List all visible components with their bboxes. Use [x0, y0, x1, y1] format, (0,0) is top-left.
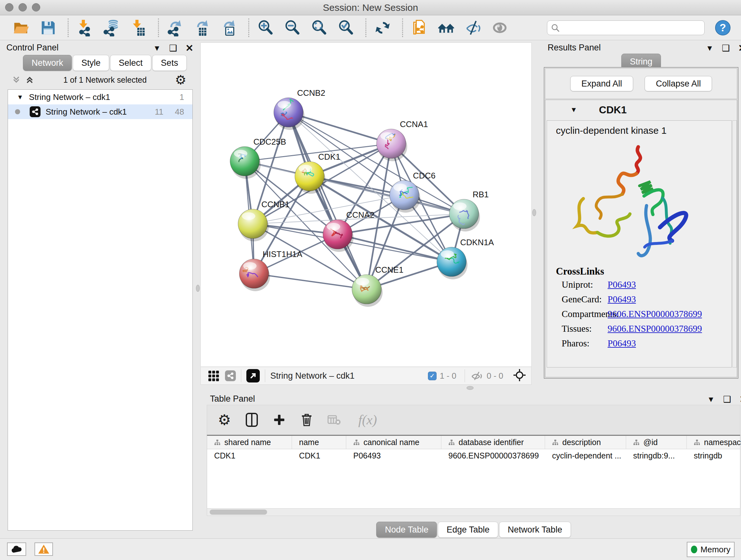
control-panel-float-icon[interactable]: ❑	[169, 44, 177, 53]
expand-all-button[interactable]: Expand All	[570, 76, 633, 91]
node-section-header[interactable]: ▼ CDK1	[545, 100, 737, 120]
right-splitter-handle[interactable]	[532, 209, 536, 216]
home-button[interactable]	[436, 17, 456, 38]
table-panel-menu-icon[interactable]: ▼	[707, 395, 715, 403]
network-node-CDK1[interactable]	[295, 162, 326, 194]
crosslink-tissues-link[interactable]: 9606.ENSP00000378699	[608, 323, 702, 334]
help-button[interactable]: ?	[713, 17, 733, 38]
bottom-splitter-handle[interactable]	[467, 386, 474, 390]
collapse-all-button[interactable]: Collapse All	[645, 76, 712, 91]
hide-selection-button[interactable]	[463, 17, 483, 38]
column-header-canonical-name[interactable]: canonical name	[346, 436, 441, 449]
open-session-button[interactable]	[11, 17, 31, 38]
network-node-RB1[interactable]	[449, 199, 480, 232]
control-panel-menu-icon[interactable]: ▼	[153, 44, 161, 52]
show-all-button[interactable]	[490, 17, 510, 38]
birds-eye-view-button[interactable]	[205, 368, 222, 384]
hidden-eye-slash-icon[interactable]	[470, 371, 483, 381]
results-expand-collapse-bar: Expand All Collapse All	[545, 68, 737, 99]
import-network-from-database-button[interactable]	[102, 17, 122, 38]
tab-style[interactable]: Style	[73, 55, 109, 71]
left-splitter-handle[interactable]	[196, 285, 200, 292]
selected-checkbox-icon[interactable]: ✓	[428, 372, 436, 380]
close-window-button[interactable]	[5, 3, 13, 11]
table-panel-close-icon[interactable]: ✕	[739, 395, 741, 404]
import-table-from-file-button[interactable]	[129, 17, 148, 38]
zoom-window-button[interactable]	[32, 3, 40, 11]
results-panel-float-icon[interactable]: ❑	[722, 44, 730, 53]
network-node-CCNE1[interactable]	[352, 274, 383, 307]
save-session-button[interactable]	[38, 17, 58, 38]
network-node-CDKN1A[interactable]	[437, 247, 468, 279]
column-header-shared-name[interactable]: shared name	[207, 436, 292, 449]
share-session-button[interactable]	[409, 17, 429, 38]
grid-icon	[207, 370, 219, 382]
tab-network[interactable]: Network	[23, 55, 72, 71]
network-node-HIST1H1A[interactable]	[239, 259, 270, 291]
column-header-namespace[interactable]: namespace	[687, 436, 741, 449]
table-hscrollbar-track[interactable]	[207, 508, 740, 516]
column-header-database-identifier[interactable]: database identifier	[441, 436, 545, 449]
results-panel-title: Results Panel	[548, 43, 601, 53]
tab-edge-table[interactable]: Edge Table	[438, 522, 498, 538]
zoom-out-button[interactable]	[282, 17, 302, 38]
column-header-name[interactable]: name	[292, 436, 346, 449]
network-options-gear-icon[interactable]: ⚙	[175, 73, 186, 86]
network-canvas[interactable]: CCNB2CCNA1CDC25BCDK1CDC6RB1CCNB1CCNA2CDK…	[200, 43, 532, 367]
zoom-fit-button[interactable]	[309, 17, 329, 38]
network-edge[interactable]	[254, 273, 367, 289]
results-panel-close-icon[interactable]: ✕	[738, 44, 741, 53]
save-icon	[40, 19, 57, 37]
tab-select[interactable]: Select	[110, 55, 151, 71]
expand-all-networks-icon[interactable]	[24, 74, 35, 85]
minimize-window-button[interactable]	[18, 3, 27, 11]
network-node-CCNB2[interactable]	[274, 98, 305, 130]
tab-network-table[interactable]: Network Table	[499, 522, 571, 538]
network-selection-status: 1 of 1 Network selected	[35, 75, 175, 84]
crosslink-pharos-link[interactable]: P06493	[608, 338, 636, 349]
export-network-button[interactable]	[165, 17, 185, 38]
table-hscrollbar-thumb[interactable]	[210, 509, 267, 515]
network-tree-root-row[interactable]: ▼ String Network – cdk1 1	[8, 90, 192, 105]
show-columns-button[interactable]	[244, 412, 260, 428]
network-node-CDC25B[interactable]	[230, 146, 261, 179]
crosslink-compartments-link[interactable]: 9606.ENSP00000378699	[608, 309, 702, 319]
section-collapse-triangle-icon[interactable]: ▼	[570, 106, 577, 114]
network-node-CCNA1[interactable]	[377, 129, 407, 161]
zoom-selected-button[interactable]	[336, 17, 356, 38]
table-panel-float-icon[interactable]: ❑	[723, 395, 731, 404]
export-table-button[interactable]	[192, 17, 212, 38]
tab-sets[interactable]: Sets	[152, 55, 187, 71]
network-tree-child-row[interactable]: String Network – cdk1 11 48	[8, 105, 192, 119]
network-edge[interactable]	[288, 112, 367, 289]
results-panel-menu-icon[interactable]: ▼	[706, 44, 714, 52]
zoom-fit-icon	[311, 19, 328, 37]
column-header-id[interactable]: @id	[626, 436, 687, 449]
warnings-button[interactable]	[35, 543, 53, 556]
cloud-status-button[interactable]	[7, 543, 26, 556]
network-node-CDC6[interactable]	[390, 180, 420, 212]
create-column-button[interactable]	[271, 412, 287, 428]
control-panel-close-icon[interactable]: ✕	[185, 44, 193, 53]
table-options-button[interactable]: ⚙	[216, 412, 232, 428]
crosslink-uniprot-link[interactable]: P06493	[608, 279, 636, 290]
string-view-badge-icon[interactable]	[225, 370, 236, 381]
table-row[interactable]: CDK1CDK1P064939606.ENSP00000378699cyclin…	[207, 449, 740, 462]
divider	[241, 369, 241, 382]
export-image-button[interactable]	[219, 17, 239, 38]
delete-column-button[interactable]	[298, 412, 315, 428]
collapse-all-networks-icon[interactable]	[11, 74, 22, 85]
crosslink-genecard-link[interactable]: P06493	[608, 294, 636, 305]
column-header-description[interactable]: description	[545, 436, 626, 449]
import-network-from-file-button[interactable]	[75, 17, 95, 38]
detach-view-button[interactable]	[246, 369, 260, 382]
zoom-in-button[interactable]	[256, 17, 275, 38]
memory-button[interactable]: Memory	[687, 542, 735, 557]
results-scrollbar-track[interactable]	[732, 120, 737, 368]
fit-content-button[interactable]	[513, 368, 526, 383]
refresh-button[interactable]	[373, 17, 393, 38]
search-input[interactable]	[560, 23, 694, 33]
tab-node-table[interactable]: Node Table	[376, 522, 437, 538]
collapse-triangle-icon[interactable]: ▼	[17, 94, 23, 101]
network-node-CCNA2[interactable]	[323, 220, 354, 252]
